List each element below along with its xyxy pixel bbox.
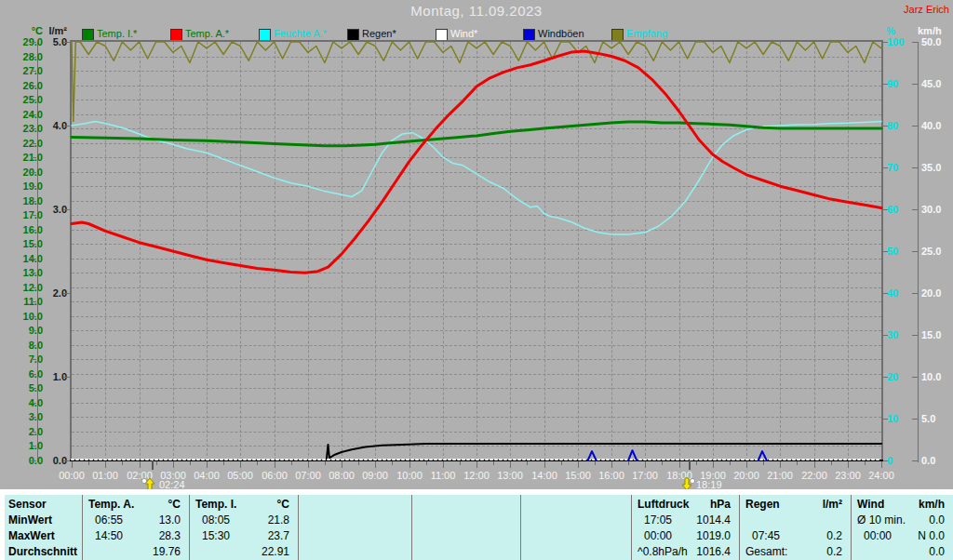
table-cell: km/h <box>857 498 945 512</box>
series-temp-i- <box>72 122 881 146</box>
x-axis-halfhour-tick <box>696 461 697 465</box>
x-axis-tick <box>645 461 646 468</box>
x-axis-tick <box>409 461 410 468</box>
table-column-separator <box>82 495 83 560</box>
x-axis-tick <box>578 461 579 468</box>
table-cell: MinWert <box>8 513 79 527</box>
series-temp-a- <box>72 51 881 273</box>
table-cell: 22.91 <box>195 545 289 559</box>
weather-chart-window: Montag, 11.09.2023 Jarz Erich Temp. I.*T… <box>0 0 953 560</box>
table-cell: 0.0 <box>857 545 945 559</box>
x-axis-tick <box>746 461 747 468</box>
table-cell: 1014.4 <box>638 513 731 527</box>
x-axis-tick <box>308 461 309 468</box>
x-axis-halfhour-tick <box>493 461 494 465</box>
table-cell: N 0.0 <box>857 529 945 543</box>
x-axis-tick <box>207 461 208 468</box>
x-axis-tick <box>544 461 545 468</box>
table-cell: 21.8 <box>195 513 289 527</box>
x-axis-tick <box>342 461 342 468</box>
table-cell: 1016.4 <box>638 545 731 559</box>
x-axis-tick <box>476 461 477 468</box>
x-axis-tick <box>173 461 174 468</box>
x-axis-tick <box>375 461 376 468</box>
x-axis-tick <box>140 461 141 468</box>
x-axis-halfhour-tick <box>460 461 461 465</box>
table-column-separator <box>631 495 632 560</box>
x-axis-label: 24:00 <box>861 470 902 481</box>
x-axis-halfhour-tick <box>831 461 832 465</box>
x-axis-tick <box>443 461 444 468</box>
table-cell: 1019.0 <box>638 529 731 543</box>
table-column-separator <box>851 495 852 560</box>
table-cell: Durchschnitt <box>8 545 79 559</box>
x-axis-halfhour-tick <box>595 461 596 465</box>
x-axis-halfhour-tick <box>223 461 224 465</box>
x-axis-halfhour-tick <box>628 461 629 465</box>
x-axis-halfhour-tick <box>730 461 731 465</box>
x-axis-tick <box>848 461 849 468</box>
x-axis-tick <box>611 461 612 468</box>
table-cell: 0.0 <box>857 513 945 527</box>
table-column-separator <box>520 495 521 560</box>
x-axis-halfhour-tick <box>122 461 123 465</box>
x-axis-halfhour-tick <box>426 461 427 465</box>
x-axis-tick <box>780 461 781 468</box>
x-axis-halfhour-tick <box>662 461 663 465</box>
table-column-separator <box>411 495 412 560</box>
table-cell: hPa <box>638 498 731 512</box>
x-axis-halfhour-tick <box>156 461 157 465</box>
x-axis-tick <box>275 461 275 468</box>
x-axis-halfhour-tick <box>763 461 764 465</box>
x-axis-tick <box>510 461 511 468</box>
table-cell: °C <box>88 498 181 512</box>
table-cell: 0.2 <box>745 529 842 543</box>
x-axis-tick <box>679 461 680 468</box>
table-cell: 23.7 <box>195 529 289 543</box>
x-axis-tick <box>240 461 241 468</box>
series-windb-en <box>588 451 597 460</box>
x-axis-halfhour-tick <box>561 461 562 465</box>
x-axis-tick <box>881 461 882 468</box>
table-cell: 28.3 <box>88 529 181 543</box>
x-axis-tick <box>713 461 714 468</box>
table-cell: 19.76 <box>88 545 181 559</box>
x-axis-halfhour-tick <box>797 461 798 465</box>
table-cell: Sensor <box>8 498 79 512</box>
x-axis-tick <box>105 461 106 468</box>
table-cell: MaxWert <box>8 529 79 543</box>
table-cell: l/m² <box>745 498 842 512</box>
x-axis-halfhour-tick <box>190 461 191 465</box>
table-column-separator <box>739 495 740 560</box>
table-cell: 13.0 <box>88 513 181 527</box>
x-axis-tick <box>814 461 815 468</box>
table-column-separator <box>189 495 190 560</box>
x-axis-halfhour-tick <box>257 461 258 465</box>
x-axis-halfhour-tick <box>88 461 89 465</box>
x-axis-halfhour-tick <box>392 461 393 465</box>
x-axis-halfhour-tick <box>325 461 326 465</box>
x-axis-halfhour-tick <box>527 461 528 465</box>
table-column-separator <box>298 495 299 560</box>
table-cell: °C <box>195 498 289 512</box>
marker-tick <box>152 460 154 470</box>
marker-tick <box>689 460 691 470</box>
series-empfang <box>72 42 881 122</box>
table-cell: 0.2 <box>745 545 842 559</box>
x-axis-halfhour-tick <box>865 461 866 465</box>
x-axis-tick <box>72 461 73 468</box>
x-axis-halfhour-tick <box>291 461 292 465</box>
x-axis-halfhour-tick <box>358 461 359 465</box>
